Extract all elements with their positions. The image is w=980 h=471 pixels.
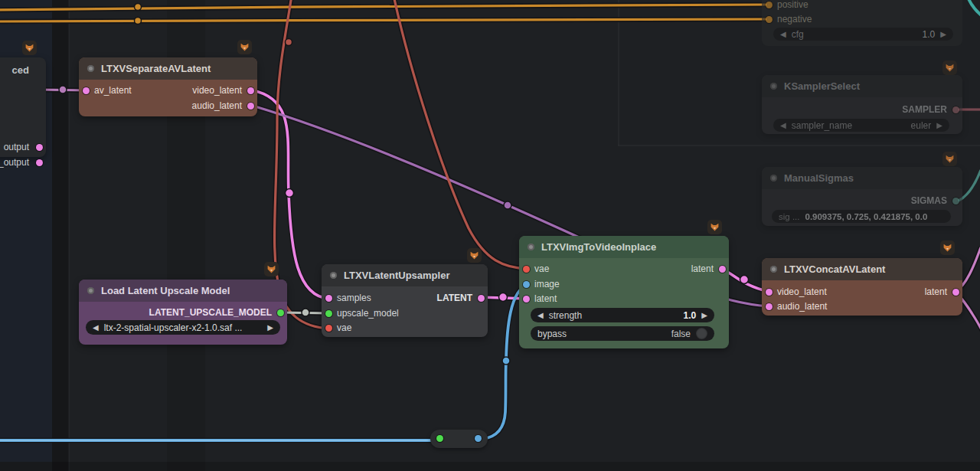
output-slot-dot-sampler[interactable]	[952, 106, 959, 113]
input-slot-label: av_latent	[94, 86, 132, 96]
node-graph-canvas[interactable]: ced output l_output LTXVSeparateAVLatent…	[0, 0, 980, 471]
combo-left-arrow-icon[interactable]: ◀	[780, 121, 786, 129]
node-status-dot	[770, 83, 777, 90]
output-slot-dot-sigmas[interactable]	[952, 198, 959, 204]
reroute-output-dot[interactable]	[475, 435, 482, 442]
input-slot-label: vae	[337, 323, 351, 333]
comfy-badge[interactable]	[942, 61, 957, 75]
wire-teal-corner	[968, 0, 980, 16]
decrement-arrow-icon[interactable]: ◀	[537, 311, 544, 319]
node-status-dot	[87, 65, 94, 72]
node-title: LTXVImgToVideoInplace	[541, 241, 656, 253]
output-slot-dot-upscale-model[interactable]	[277, 309, 284, 316]
comfy-badge[interactable]	[22, 41, 37, 55]
fox-icon	[469, 250, 479, 260]
sampler-name-widget[interactable]: ◀ sampler_name euler ▶	[773, 119, 949, 132]
node-status-dot	[87, 287, 94, 294]
sigmas-widget[interactable]: sig ... 0.909375, 0.725, 0.421875, 0.0	[772, 210, 951, 223]
strength-widget[interactable]: ◀ strength 1.0 ▶	[531, 308, 714, 322]
output-slot-label: audio_latent	[192, 101, 242, 111]
output-slot-dot-latent[interactable]	[478, 295, 485, 302]
link-dot-latent-concat	[740, 276, 749, 284]
comfy-badge[interactable]	[467, 248, 482, 263]
fox-icon	[240, 42, 250, 52]
node-ltxv-separate-av-latent[interactable]: LTXVSeparateAVLatent av_latent video_lat…	[79, 57, 257, 116]
node-left-truncated[interactable]: ced output l_output	[0, 57, 46, 157]
combo-right-arrow-icon[interactable]: ▶	[267, 323, 273, 332]
output-slot-label: LATENT	[437, 293, 472, 303]
fox-icon	[942, 243, 952, 253]
widget-name: strength	[549, 310, 582, 321]
widget-name: cfg	[792, 29, 804, 40]
output-slot-label: SIGMAS	[911, 196, 947, 206]
link-dot-conditioning-1	[135, 4, 142, 11]
upscaler-combo-widget[interactable]: ◀ ltx-2-spatial-upscaler-x2-1.0.saf ... …	[86, 320, 280, 335]
node-status-dot	[770, 266, 777, 273]
increment-arrow-icon[interactable]: ▶	[940, 30, 946, 38]
input-slot-dot-positive[interactable]	[766, 2, 773, 8]
output-slot-dot[interactable]	[36, 144, 43, 151]
input-slot-label: vae	[534, 264, 549, 274]
output-slot-label: LATENT_UPSCALE_MODEL	[149, 308, 272, 318]
node-title: ManualSigmas	[784, 172, 854, 184]
output-slot-label: latent	[925, 287, 947, 297]
input-slot-dot-latent[interactable]	[523, 296, 530, 303]
input-slot-dot-av-latent[interactable]	[83, 87, 90, 94]
comfy-badge[interactable]	[942, 152, 957, 166]
node-ltxv-img-to-video-inplace[interactable]: LTXVImgToVideoInplace vae image latent l…	[519, 236, 729, 348]
fox-icon	[710, 222, 720, 232]
node-sampler-partial[interactable]: positive negative ◀ cfg 1.0 ▶	[762, 0, 962, 46]
combo-left-arrow-icon[interactable]: ◀	[93, 323, 99, 332]
cfg-widget[interactable]: ◀ cfg 1.0 ▶	[773, 28, 953, 41]
link-dot-audio-latent	[504, 201, 511, 209]
input-slot-dot-vae[interactable]	[325, 325, 332, 332]
comfy-badge[interactable]	[707, 220, 722, 234]
input-slot-dot-vae[interactable]	[523, 266, 530, 273]
output-slot-dot-latent[interactable]	[719, 266, 726, 273]
link-dot-conditioning-2	[135, 18, 142, 25]
fox-icon	[266, 264, 276, 274]
decrement-arrow-icon[interactable]: ◀	[780, 30, 786, 38]
comfy-badge[interactable]	[264, 262, 279, 276]
link-dot-vae	[286, 39, 292, 46]
output-slot-dot[interactable]	[36, 159, 43, 166]
reroute-input-dot[interactable]	[436, 435, 443, 442]
comfy-badge[interactable]	[940, 240, 955, 255]
input-slot-dot-video-latent[interactable]	[766, 289, 773, 296]
link-dot-image	[502, 357, 510, 365]
input-slot-label: positive	[777, 0, 808, 10]
node-title: KSamplerSelect	[784, 80, 860, 92]
node-title: LTXVConcatAVLatent	[784, 263, 885, 275]
input-slot-dot-upscale-model[interactable]	[325, 310, 332, 317]
comfy-badge[interactable]	[237, 40, 252, 54]
widget-name: bypass	[537, 329, 567, 339]
output-slot-dot-video-latent[interactable]	[247, 87, 254, 94]
node-status-dot	[330, 272, 337, 279]
input-slot-label: samples	[337, 293, 371, 303]
reroute-node[interactable]	[430, 430, 488, 448]
node-load-latent-upscale-model[interactable]: Load Latent Upscale Model LATENT_UPSCALE…	[79, 280, 287, 345]
output-slot-dot-latent[interactable]	[952, 289, 959, 296]
input-slot-label: upscale_model	[337, 309, 399, 319]
output-slot-dot-audio-latent[interactable]	[247, 103, 254, 110]
bypass-toggle-widget[interactable]: bypass false	[531, 326, 714, 341]
increment-arrow-icon[interactable]: ▶	[701, 311, 707, 319]
widget-name: sampler_name	[792, 120, 852, 131]
output-slot-label: l_output	[0, 158, 29, 168]
node-status-dot	[770, 175, 777, 182]
input-slot-dot-negative[interactable]	[766, 16, 773, 23]
widget-value: 1.0	[684, 310, 697, 321]
widget-name: sig ...	[779, 212, 799, 221]
output-slot-label: latent	[691, 264, 714, 274]
node-ltxv-latent-upsampler[interactable]: LTXVLatentUpsampler samples upscale_mode…	[322, 264, 488, 337]
node-ksampler-select[interactable]: KSamplerSelect SAMPLER ◀ sampler_name eu…	[762, 75, 962, 134]
input-slot-dot-audio-latent[interactable]	[766, 303, 773, 310]
input-slot-dot-image[interactable]	[523, 281, 530, 288]
combo-right-arrow-icon[interactable]: ▶	[936, 121, 942, 129]
toggle-knob[interactable]	[696, 328, 707, 339]
node-title: Load Latent Upscale Model	[101, 285, 230, 296]
input-slot-dot-samples[interactable]	[325, 295, 332, 302]
node-manual-sigmas[interactable]: ManualSigmas SIGMAS sig ... 0.909375, 0.…	[762, 167, 962, 226]
fox-icon	[24, 43, 34, 53]
node-ltxv-concat-av-latent[interactable]: LTXVConcatAVLatent video_latent audio_la…	[762, 258, 962, 316]
